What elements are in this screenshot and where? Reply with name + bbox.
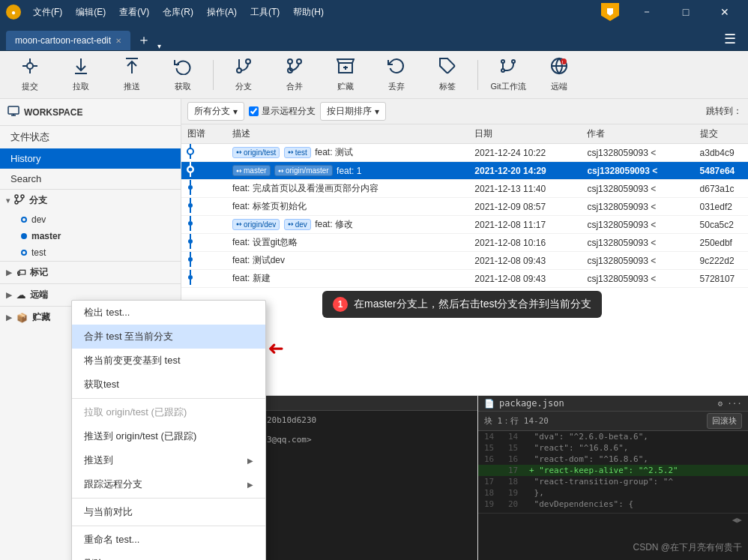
context-push-to[interactable]: 推送到 ▶ bbox=[72, 448, 265, 472]
minimize-button[interactable]: － bbox=[630, 0, 664, 24]
author-cell-5: csj1328059093 < bbox=[581, 216, 693, 234]
branch-test-name: test bbox=[31, 247, 46, 258]
table-row[interactable]: origin/test test feat: 测试 2021-12-24 10:… bbox=[181, 144, 748, 162]
gitflow-icon bbox=[499, 57, 517, 79]
branch-dev[interactable]: dev bbox=[0, 211, 181, 228]
sidebar-item-search[interactable]: Search bbox=[0, 169, 181, 189]
table-row[interactable]: feat: 完成首页以及看漫画页部分内容 2021-12-13 11:40 cs… bbox=[181, 180, 748, 198]
show-remote-check[interactable] bbox=[249, 106, 259, 116]
graph-cell-6 bbox=[181, 234, 226, 252]
context-checkout[interactable]: 检出 test... bbox=[72, 301, 265, 325]
table-row[interactable]: feat: 设置git忽略 2021-12-08 10:16 csj132805… bbox=[181, 234, 748, 252]
context-fetch[interactable]: 获取test bbox=[72, 373, 265, 397]
context-rebase[interactable]: 将当前变更变基到 test bbox=[72, 349, 265, 373]
commit-button[interactable]: 提交 bbox=[6, 54, 54, 96]
branch-filter-label: 所有分支 bbox=[194, 105, 230, 118]
stash-icon bbox=[337, 57, 355, 79]
commit-cell-3: d673a1c bbox=[694, 180, 748, 198]
svg-point-50 bbox=[188, 221, 193, 226]
new-tab-button[interactable]: ＋ bbox=[133, 29, 154, 50]
more-icon[interactable]: ··· bbox=[727, 399, 742, 409]
diff-panel: 📄 package.json ⚙ ··· 块 1：行 14-20 回滚块 141… bbox=[478, 396, 748, 560]
push-button[interactable]: 推送 bbox=[108, 54, 156, 96]
menu-repo[interactable]: 仓库(R) bbox=[157, 4, 199, 20]
menu-tools[interactable]: 工具(T) bbox=[244, 4, 286, 20]
app-logo: ● bbox=[6, 4, 21, 19]
graph-cell-3 bbox=[181, 180, 226, 198]
svg-point-13 bbox=[288, 59, 292, 64]
discard-button[interactable]: 丢弃 bbox=[373, 54, 420, 96]
remote-button[interactable]: ! 远端 bbox=[535, 54, 583, 96]
rollback-button[interactable]: 回滚块 bbox=[707, 413, 742, 429]
context-pull-tracking: 拉取 origin/test (已跟踪) bbox=[72, 400, 265, 424]
context-merge[interactable]: 合并 test 至当前分支 bbox=[72, 325, 265, 349]
diff-line: 1819 }, bbox=[478, 487, 748, 499]
diff-content: 1414 "dva": "^2.6.0-beta.6", 1515 "react… bbox=[478, 431, 748, 510]
pull-button[interactable]: 拉取 bbox=[57, 54, 105, 96]
fetch-button[interactable]: 获取 bbox=[159, 54, 207, 96]
graph-cell-1 bbox=[181, 144, 226, 162]
col-date: 日期 bbox=[468, 124, 581, 144]
branch-filter-dropdown[interactable]: 所有分支 ▾ bbox=[187, 102, 244, 121]
branches-icon bbox=[14, 194, 25, 207]
tab-moon-cartoon[interactable]: moon-cartoon-react-edit ✕ bbox=[6, 31, 130, 50]
stash-button[interactable]: 贮藏 bbox=[322, 54, 370, 96]
tags-icon: 🏷 bbox=[16, 268, 25, 278]
context-delete[interactable]: 删除 test bbox=[72, 552, 265, 560]
diff-toolbar: 📄 package.json ⚙ ··· bbox=[478, 396, 748, 412]
show-remote-checkbox[interactable]: 显示远程分支 bbox=[249, 105, 316, 118]
context-rename[interactable]: 重命名 test... bbox=[72, 528, 265, 552]
tab-dropdown-button[interactable]: ▾ bbox=[154, 42, 164, 50]
tags-section-header[interactable]: ▶ 🏷 标记 bbox=[0, 262, 181, 283]
sidebar-item-file-status[interactable]: 文件状态 bbox=[0, 126, 181, 148]
author-cell-3: csj1328059093 < bbox=[581, 180, 693, 198]
author-cell-1: csj1328059093 < bbox=[581, 144, 693, 162]
commit-icon bbox=[21, 57, 39, 79]
tab-close-icon[interactable]: ✕ bbox=[115, 37, 121, 45]
context-push-tracking[interactable]: 推送到 origin/test (已跟踪) bbox=[72, 424, 265, 448]
branch-label: 分支 bbox=[235, 81, 252, 92]
desc-cell-2: master origin/master feat: 1 bbox=[226, 162, 468, 180]
callout-text: 在master分支上，然后右击test分支合并到当前分支 bbox=[354, 298, 591, 311]
menu-file[interactable]: 文件(F) bbox=[27, 4, 68, 20]
merge-button[interactable]: 合并 bbox=[271, 54, 319, 96]
hamburger-menu[interactable]: ☰ bbox=[718, 28, 742, 50]
gitflow-button[interactable]: Git工作流 bbox=[484, 54, 532, 96]
merge-icon bbox=[286, 57, 304, 79]
menu-edit[interactable]: 编辑(E) bbox=[70, 4, 112, 20]
maximize-button[interactable]: □ bbox=[669, 0, 703, 24]
table-row[interactable]: master origin/master feat: 1 2021-12-20 … bbox=[181, 162, 748, 180]
tabbar-right: ☰ bbox=[718, 28, 742, 50]
author-cell-6: csj1328059093 < bbox=[581, 234, 693, 252]
table-row[interactable]: feat: 测试dev 2021-12-08 09:43 csj13280590… bbox=[181, 252, 748, 270]
branch-master-name: master bbox=[31, 231, 61, 241]
tag-button[interactable]: 标签 bbox=[423, 54, 471, 96]
sort-dropdown[interactable]: 按日期排序 ▾ bbox=[320, 102, 386, 121]
desc-cell-4: feat: 标签页初始化 bbox=[226, 198, 468, 216]
menu-help[interactable]: 帮助(H) bbox=[287, 4, 330, 20]
branches-section-header[interactable]: ▾ 分支 bbox=[0, 190, 181, 211]
pull-icon bbox=[72, 57, 90, 79]
branch-test[interactable]: test bbox=[0, 244, 181, 261]
branches-collapse-arrow: ▾ bbox=[6, 196, 10, 205]
date-cell-1: 2021-12-24 10:22 bbox=[468, 144, 581, 162]
table-row[interactable]: feat: 标签页初始化 2021-12-09 08:57 csj1328059… bbox=[181, 198, 748, 216]
diff-line: 1718 "react-transition-group": "^ bbox=[478, 476, 748, 487]
svg-point-54 bbox=[288, 223, 290, 226]
branch-button[interactable]: 分支 bbox=[220, 54, 268, 96]
table-row[interactable]: feat: 新建 2021-12-08 09:43 csj1328059093 … bbox=[181, 270, 748, 288]
stash-collapse-arrow: ▶ bbox=[6, 313, 12, 322]
context-compare[interactable]: 与当前对比 bbox=[72, 500, 265, 524]
sidebar-item-history[interactable]: History bbox=[0, 148, 181, 169]
tags-label: 标记 bbox=[30, 266, 48, 279]
svg-point-43 bbox=[278, 169, 280, 172]
workspace-icon bbox=[7, 105, 19, 119]
close-button[interactable]: ✕ bbox=[708, 0, 742, 24]
context-track-remote[interactable]: 跟踪远程分支 ▶ bbox=[72, 472, 265, 496]
branch-master[interactable]: master bbox=[0, 228, 181, 244]
menu-view[interactable]: 查看(V) bbox=[113, 4, 155, 20]
gear-icon[interactable]: ⚙ bbox=[718, 399, 723, 409]
sort-label: 按日期排序 bbox=[327, 105, 372, 118]
menu-action[interactable]: 操作(A) bbox=[201, 4, 243, 20]
table-row[interactable]: origin/dev dev feat: 修改 2021-12-08 11:17… bbox=[181, 216, 748, 234]
